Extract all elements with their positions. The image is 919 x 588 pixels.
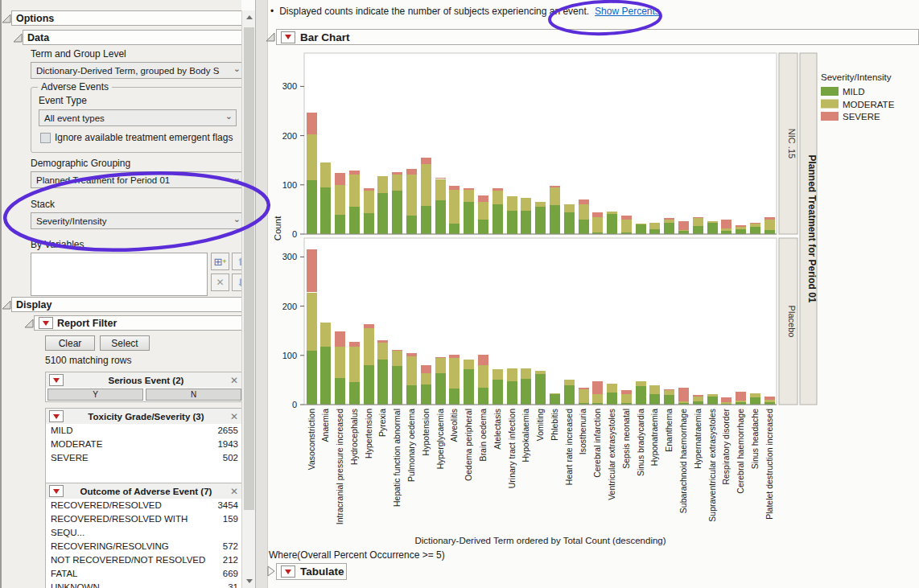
bar-segment-mild[interactable] bbox=[636, 224, 646, 234]
bar-segment-severe[interactable] bbox=[449, 186, 460, 190]
remove-variable-button[interactable]: ✕ bbox=[211, 273, 229, 291]
bar-segment-moderate[interactable] bbox=[693, 218, 703, 226]
bar-segment-moderate[interactable] bbox=[349, 347, 360, 382]
bar-segment-moderate[interactable] bbox=[579, 204, 589, 220]
bar-segment-moderate[interactable] bbox=[507, 368, 517, 381]
bar-segment-mild[interactable] bbox=[649, 394, 660, 405]
bar-segment-severe[interactable] bbox=[349, 171, 360, 175]
bar-segment-severe[interactable] bbox=[478, 355, 488, 366]
bar-segment-moderate[interactable] bbox=[607, 384, 617, 392]
bar-segment-severe[interactable] bbox=[492, 188, 503, 190]
bar-segment-severe[interactable] bbox=[435, 357, 446, 358]
bar-segment-mild[interactable] bbox=[449, 389, 460, 405]
bar-segment-mild[interactable] bbox=[464, 202, 474, 234]
bar-segment-mild[interactable] bbox=[335, 215, 345, 234]
bar-segment-moderate[interactable] bbox=[636, 224, 646, 225]
disclosure-collapsed-icon[interactable] bbox=[266, 565, 275, 577]
bar-segment-moderate[interactable] bbox=[649, 385, 660, 394]
bar-segment-severe[interactable] bbox=[421, 365, 431, 373]
add-columns-button[interactable]: ⊞+ bbox=[211, 253, 229, 270]
bar-segment-severe[interactable] bbox=[377, 340, 388, 342]
filter-option-button-y[interactable]: Y bbox=[47, 389, 143, 401]
bar-segment-mild[interactable] bbox=[349, 207, 360, 234]
bar-segment-mild[interactable] bbox=[607, 393, 617, 405]
bar-segment-mild[interactable] bbox=[579, 220, 589, 234]
legend-swatch-severe[interactable] bbox=[821, 112, 839, 121]
bar-segment-moderate[interactable] bbox=[621, 394, 632, 403]
options-header[interactable]: Options bbox=[11, 10, 245, 26]
bar-segment-moderate[interactable] bbox=[550, 393, 560, 394]
bar-segment-moderate[interactable] bbox=[478, 365, 488, 388]
legend-swatch-moderate[interactable] bbox=[821, 100, 839, 109]
bar-segment-moderate[interactable] bbox=[307, 134, 317, 180]
bar-segment-moderate[interactable] bbox=[621, 220, 632, 233]
bar-segment-moderate[interactable] bbox=[607, 212, 617, 214]
bar-segment-moderate[interactable] bbox=[421, 373, 431, 384]
bar-segment-severe[interactable] bbox=[621, 390, 632, 394]
red-triangle-menu-icon[interactable] bbox=[39, 317, 53, 329]
report-filter-header[interactable]: Report Filter bbox=[34, 315, 245, 331]
bar-segment-mild[interactable] bbox=[750, 227, 760, 234]
bar-segment-mild[interactable] bbox=[664, 395, 674, 405]
bar-segment-moderate[interactable] bbox=[736, 227, 746, 228]
bar-segment-mild[interactable] bbox=[335, 378, 345, 405]
bar-segment-severe[interactable] bbox=[579, 388, 589, 389]
bar-segment-moderate[interactable] bbox=[664, 220, 674, 223]
bar-segment-moderate[interactable] bbox=[521, 368, 531, 380]
bar-segment-mild[interactable] bbox=[649, 229, 660, 234]
bar-segment-mild[interactable] bbox=[521, 211, 531, 234]
bar-segment-severe[interactable] bbox=[592, 381, 603, 394]
bar-segment-moderate[interactable] bbox=[335, 185, 345, 215]
bar-segment-moderate[interactable] bbox=[478, 202, 488, 219]
disclosure-expanded-icon[interactable] bbox=[266, 31, 275, 43]
stack-dropdown[interactable]: Severity/Intensity ⌄ bbox=[31, 212, 245, 229]
close-icon[interactable]: ✕ bbox=[229, 412, 240, 421]
bar-segment-mild[interactable] bbox=[550, 394, 560, 405]
bar-segment-severe[interactable] bbox=[664, 389, 674, 390]
bar-segment-mild[interactable] bbox=[550, 205, 560, 234]
bar-segment-moderate[interactable] bbox=[435, 179, 446, 201]
event-type-dropdown[interactable]: All event types ⌄ bbox=[39, 109, 237, 126]
bar-segment-severe[interactable] bbox=[335, 173, 345, 186]
data-header[interactable]: Data bbox=[23, 30, 245, 45]
bar-segment-mild[interactable] bbox=[636, 386, 646, 405]
display-header[interactable]: Display bbox=[11, 297, 245, 312]
bar-segment-severe[interactable] bbox=[392, 350, 402, 352]
bar-segment-mild[interactable] bbox=[307, 351, 317, 405]
bar-segment-mild[interactable] bbox=[320, 187, 331, 234]
bar-segment-mild[interactable] bbox=[721, 231, 731, 234]
bar-segment-moderate[interactable] bbox=[564, 380, 575, 385]
bar-segment-moderate[interactable] bbox=[449, 358, 460, 389]
demographic-dropdown[interactable]: Planned Treatment for Period 01 ⌄ bbox=[31, 171, 245, 188]
filter-value-row[interactable]: RECOVERED/RESOLVED WITH SEQU...159 bbox=[46, 512, 243, 540]
ignore-flags-checkbox[interactable] bbox=[40, 133, 51, 143]
bar-segment-moderate[interactable] bbox=[406, 175, 417, 216]
bar-segment-mild[interactable] bbox=[364, 213, 374, 234]
bar-segment-mild[interactable] bbox=[535, 374, 546, 405]
bar-segment-moderate[interactable] bbox=[592, 394, 603, 403]
bar-segment-mild[interactable] bbox=[607, 214, 617, 234]
bar-segment-mild[interactable] bbox=[521, 379, 531, 405]
bar-segment-moderate[interactable] bbox=[750, 393, 760, 397]
bar-segment-moderate[interactable] bbox=[764, 400, 775, 402]
select-button[interactable]: Select bbox=[100, 335, 150, 351]
sidebar-scrollbar[interactable] bbox=[241, 10, 256, 588]
red-triangle-menu-icon[interactable] bbox=[281, 565, 295, 578]
bar-segment-mild[interactable] bbox=[406, 385, 417, 405]
filter-value-row[interactable]: MODERATE1943 bbox=[46, 438, 243, 451]
bar-segment-severe[interactable] bbox=[678, 388, 689, 401]
bar-segment-severe[interactable] bbox=[721, 397, 731, 402]
bar-segment-mild[interactable] bbox=[392, 191, 402, 234]
bar-segment-mild[interactable] bbox=[364, 365, 374, 405]
bar-segment-mild[interactable] bbox=[435, 373, 446, 405]
show-percents-link[interactable]: Show Percents bbox=[595, 6, 660, 17]
bar-segment-severe[interactable] bbox=[592, 212, 603, 218]
bar-segment-severe[interactable] bbox=[678, 221, 689, 231]
filter-value-row[interactable]: FATAL669 bbox=[46, 567, 243, 581]
bar-segment-moderate[interactable] bbox=[535, 371, 546, 374]
bar-segment-mild[interactable] bbox=[421, 206, 431, 235]
bar-segment-mild[interactable] bbox=[377, 193, 388, 234]
red-triangle-menu-icon[interactable] bbox=[49, 374, 64, 386]
disclosure-expanded-icon[interactable] bbox=[13, 32, 23, 43]
bar-segment-moderate[interactable] bbox=[721, 228, 731, 232]
